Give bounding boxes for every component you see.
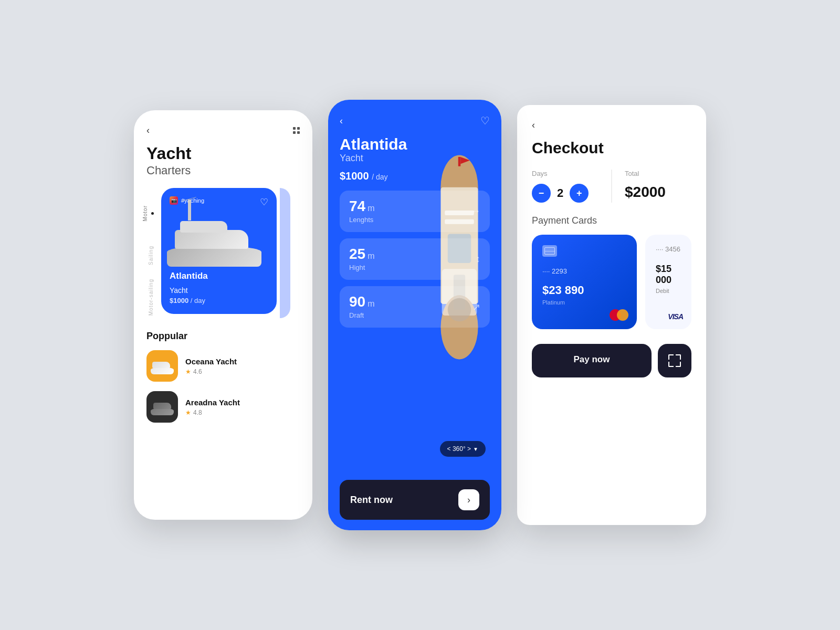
draft-icon: ↗ [472, 301, 480, 313]
rent-now-bar[interactable]: Rent now › [340, 480, 490, 520]
decrement-button[interactable]: − [532, 184, 551, 203]
card-type-primary: Platinum [542, 299, 626, 306]
yacht-thumb-areadna [146, 391, 178, 423]
category-sailing[interactable]: Sailing [148, 246, 154, 265]
card-number-secondary: ···· 3456 [656, 245, 681, 253]
spec-draft: 90m Draft ↗ [340, 286, 490, 328]
payment-label: Payment Cards [517, 215, 706, 235]
card-price: $1000 / day [170, 297, 268, 304]
page-subtitle: Charters [146, 164, 300, 177]
days-label: Days [532, 170, 598, 177]
menu-icon[interactable] [293, 127, 300, 134]
list-item[interactable]: Areadna Yacht ★ 4.8 [146, 391, 300, 423]
svg-rect-9 [458, 157, 460, 166]
scan-icon [668, 354, 681, 367]
total-value: $2000 [625, 184, 691, 201]
card-tag: 📷 #yaching [170, 196, 268, 205]
pay-section: Pay now [517, 344, 706, 392]
category-motor-sailing[interactable]: Motor-sailing [148, 279, 154, 316]
card-balance-secondary: $15 000 [656, 264, 681, 286]
days-block: Days − 2 + [532, 170, 612, 203]
spec-height: 25m Hight ↕ [340, 238, 490, 280]
days-value: 2 [557, 186, 563, 200]
screen-charters: ‹ Yacht Charters Motor Sailing Motor-sa [134, 110, 312, 520]
popular-title: Poppular [146, 331, 300, 342]
card-balance-primary: $23 890 [542, 284, 626, 297]
screens-container: ‹ Yacht Charters Motor Sailing Motor-sa [52, 100, 788, 530]
detail-header: ‹ ♡ [328, 100, 501, 135]
rent-arrow-button[interactable]: › [458, 489, 479, 510]
checkout-title: Checkout [517, 131, 706, 170]
instagram-icon: 📷 [170, 196, 178, 205]
back-icon[interactable]: ‹ [340, 116, 343, 127]
yacht-thumb-oceana [146, 350, 178, 382]
card-yacht-type: Yacht [170, 286, 268, 295]
length-icon: ↔ [471, 206, 480, 217]
heart-icon[interactable]: ♡ [260, 196, 268, 208]
height-icon: ↕ [476, 254, 480, 265]
list-item[interactable]: Oceana Yacht ★ 4.6 [146, 350, 300, 382]
back-icon[interactable]: ‹ [146, 125, 150, 136]
popular-section: Poppular Oceana Yacht ★ 4.6 [134, 318, 312, 440]
screen-detail: ‹ ♡ Atlantida Yacht $1000 / day 74m Leng… [328, 100, 501, 530]
360-button[interactable]: < 360° > ▼ [440, 441, 486, 457]
card-number-primary: ···· 2293 [542, 267, 626, 275]
total-label: Total [625, 170, 691, 177]
specs-section: 74m Lenghts ↔ 25m Hight ↕ 90m Draft ↗ [328, 191, 501, 328]
checkout-header: ‹ [517, 105, 706, 131]
cards-row: ···· 2293 $23 890 Platinum ···· 3456 $15… [517, 235, 706, 344]
card-yacht-name: Atlantida [170, 271, 268, 281]
card-chip-icon [542, 245, 557, 257]
heart-icon[interactable]: ♡ [480, 114, 490, 127]
pay-now-button[interactable]: Pay now [532, 344, 652, 377]
days-total-section: Days − 2 + Total $2000 [517, 170, 706, 215]
yacht-name: Atlantida [340, 135, 490, 153]
visa-icon: VISA [668, 312, 683, 321]
total-block: Total $2000 [612, 170, 691, 203]
card-type-secondary: Debit [656, 288, 681, 294]
yacht-info-oceana: Oceana Yacht ★ 4.6 [185, 357, 300, 375]
back-icon[interactable]: ‹ [532, 120, 535, 131]
screen-checkout: ‹ Checkout Days − 2 + Total $2000 Paymen… [517, 105, 706, 525]
star-icon: ★ [185, 368, 191, 375]
category-motor[interactable]: Motor [142, 205, 148, 222]
next-card-peek [280, 188, 290, 318]
increment-button[interactable]: + [570, 184, 589, 203]
mastercard-icon [610, 309, 628, 321]
yacht-card[interactable]: 📷 #yaching ♡ Atlantida Yacht $1000 / day [161, 188, 277, 314]
scan-button[interactable] [658, 344, 691, 377]
yacht-info-areadna: Areadna Yacht ★ 4.8 [185, 398, 300, 416]
mini-yacht-icon [150, 358, 175, 374]
star-icon: ★ [185, 409, 191, 416]
primary-card[interactable]: ···· 2293 $23 890 Platinum [532, 235, 637, 329]
spec-length: 74m Lenghts ↔ [340, 191, 490, 232]
days-stepper: − 2 + [532, 184, 598, 203]
page-title: Yacht [146, 144, 300, 163]
secondary-card[interactable]: ···· 3456 $15 000 Debit VISA [645, 235, 691, 329]
